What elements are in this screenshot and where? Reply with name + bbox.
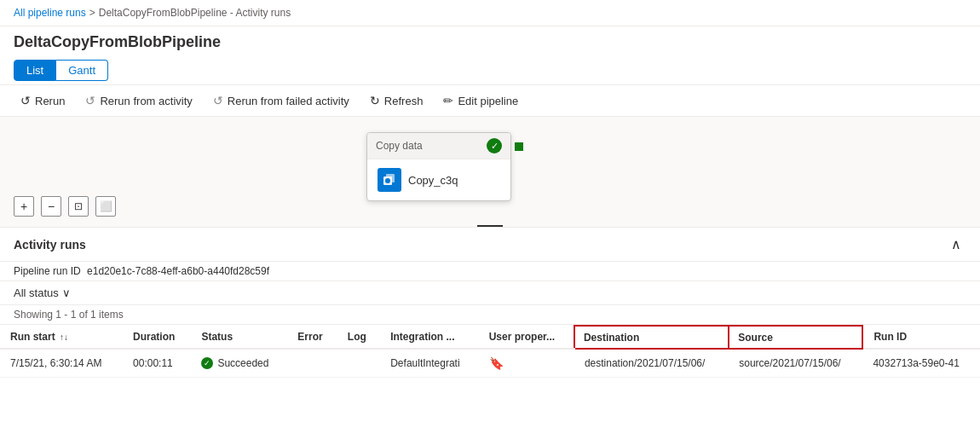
edit-pipeline-label: Edit pipeline xyxy=(458,95,518,107)
cell-log xyxy=(337,349,380,378)
refresh-icon: ↻ xyxy=(370,94,380,107)
rerun-from-failed-icon: ↺ xyxy=(213,94,223,107)
canvas-controls: + − ⊡ ⬜ xyxy=(0,191,130,222)
filter-status-button[interactable]: All status ∨ xyxy=(14,286,71,299)
pipeline-run-id-row: Pipeline run ID e1d20e1c-7c88-4eff-a6b0-… xyxy=(0,262,980,281)
col-run-id: Run ID xyxy=(862,326,980,349)
cell-destination: destination/2021/07/15/06/ xyxy=(574,349,729,378)
copy-data-title: Copy data xyxy=(376,140,423,152)
activity-runs-table: Run start ↑↓ Duration Status Error Log I… xyxy=(0,325,980,378)
view-toggle: List Gantt xyxy=(0,56,980,84)
col-error: Error xyxy=(287,326,337,349)
connection-indicator xyxy=(515,142,523,151)
cell-run-id: 4032713a-59e0-41 xyxy=(862,349,980,378)
col-source: Source xyxy=(729,326,862,349)
sort-icon: ↑↓ xyxy=(60,333,68,342)
edit-pipeline-icon: ✏ xyxy=(443,94,453,107)
status-success-icon: ✓ xyxy=(201,357,213,369)
list-view-button[interactable]: List xyxy=(14,60,56,81)
refresh-label: Refresh xyxy=(384,95,424,107)
table-row: 7/15/21, 6:30:14 AM 00:00:11 ✓ Succeeded… xyxy=(0,349,980,378)
breadcrumb-separator: > xyxy=(89,7,95,19)
col-status: Status xyxy=(191,326,287,349)
edit-pipeline-button[interactable]: ✏ Edit pipeline xyxy=(436,90,525,111)
collapse-button[interactable]: ∧ xyxy=(946,234,966,254)
refresh-button[interactable]: ↻ Refresh xyxy=(363,90,430,111)
breadcrumb-link[interactable]: All pipeline runs xyxy=(14,7,86,19)
breadcrumb-current: DeltaCopyFromBlobPipeline - Activity run… xyxy=(99,7,291,19)
copy-activity-name: Copy_c3q xyxy=(408,174,458,187)
status-text: Succeeded xyxy=(217,357,268,369)
page-title: DeltaCopyFromBlobPipeline xyxy=(0,26,980,56)
success-check-icon: ✓ xyxy=(487,138,502,153)
zoom-in-button[interactable]: + xyxy=(14,196,34,217)
canvas-area: Copy data ✓ Copy_c3q + − ⊡ ⬜ xyxy=(0,117,980,228)
copy-activity-icon xyxy=(378,168,401,192)
toolbar: ↺ Rerun ↺ Rerun from activity ↺ Rerun fr… xyxy=(0,84,980,117)
copy-data-body: Copy_c3q xyxy=(367,159,510,200)
table-header: Run start ↑↓ Duration Status Error Log I… xyxy=(0,326,980,349)
breadcrumb: All pipeline runs > DeltaCopyFromBlobPip… xyxy=(0,0,980,26)
select-button[interactable]: ⬜ xyxy=(95,196,116,217)
rerun-from-activity-icon: ↺ xyxy=(85,94,95,107)
rerun-button[interactable]: ↺ Rerun xyxy=(14,90,72,111)
filter-row: All status ∨ xyxy=(0,281,980,305)
col-destination: Destination xyxy=(574,326,729,349)
rerun-from-failed-label: Rerun from failed activity xyxy=(228,95,349,107)
cell-error xyxy=(287,349,337,378)
section-header: Activity runs ∧ xyxy=(0,228,980,262)
col-run-start[interactable]: Run start ↑↓ xyxy=(0,326,123,349)
cell-integration: DefaultIntegrati xyxy=(380,349,479,378)
section-title: Activity runs xyxy=(14,238,86,252)
filter-status-label: All status xyxy=(14,286,59,299)
activity-runs-section: Activity runs ∧ Pipeline run ID e1d20e1c… xyxy=(0,228,980,378)
cell-duration: 00:00:11 xyxy=(123,349,191,378)
rerun-from-activity-label: Rerun from activity xyxy=(100,95,192,107)
col-log: Log xyxy=(337,326,380,349)
cell-user-props: 🔖 xyxy=(479,349,574,378)
pipeline-run-id-value: e1d20e1c-7c88-4eff-a6b0-a440fd28c59f xyxy=(87,265,269,277)
col-duration: Duration xyxy=(123,326,191,349)
zoom-out-button[interactable]: − xyxy=(41,196,61,217)
filter-chevron-icon: ∨ xyxy=(62,286,71,299)
col-user-props: User proper... xyxy=(479,326,574,349)
gantt-view-button[interactable]: Gantt xyxy=(56,60,108,81)
pipeline-run-id-label: Pipeline run ID xyxy=(14,265,81,277)
status-badge: ✓ Succeeded xyxy=(201,357,277,369)
table-body: 7/15/21, 6:30:14 AM 00:00:11 ✓ Succeeded… xyxy=(0,349,980,378)
svg-point-2 xyxy=(385,178,390,183)
count-row: Showing 1 - 1 of 1 items xyxy=(0,305,980,325)
rerun-icon: ↺ xyxy=(20,94,31,107)
rerun-from-activity-button[interactable]: ↺ Rerun from activity xyxy=(78,90,199,111)
rerun-label: Rerun xyxy=(35,95,65,107)
rerun-from-failed-button[interactable]: ↺ Rerun from failed activity xyxy=(206,90,356,111)
count-label: Showing 1 - 1 of 1 items xyxy=(14,309,124,321)
col-integration: Integration ... xyxy=(380,326,479,349)
fit-button[interactable]: ⊡ xyxy=(68,196,89,217)
copy-data-header: Copy data ✓ xyxy=(367,133,510,159)
cell-status: ✓ Succeeded xyxy=(191,349,287,378)
cell-run-start: 7/15/21, 6:30:14 AM xyxy=(0,349,123,378)
copy-data-card[interactable]: Copy data ✓ Copy_c3q xyxy=(366,132,511,201)
bookmark-icon[interactable]: 🔖 xyxy=(489,356,504,370)
cell-source: source/2021/07/15/06/ xyxy=(729,349,862,378)
